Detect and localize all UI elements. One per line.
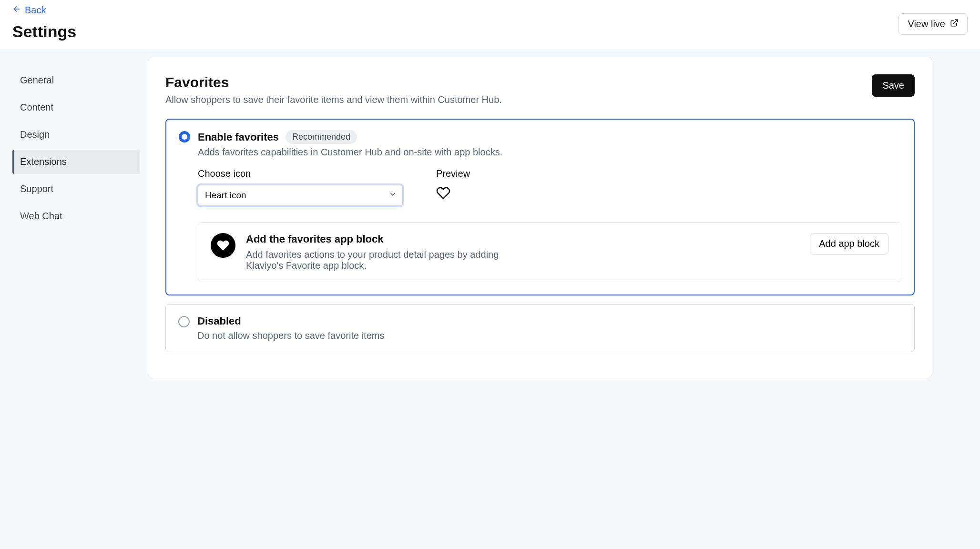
- preview-label: Preview: [436, 168, 470, 179]
- sidebar-item-extensions[interactable]: Extensions: [12, 150, 140, 174]
- radio-enable-favorites[interactable]: [179, 131, 190, 142]
- arrow-left-icon: [12, 5, 21, 16]
- add-app-block-callout: Add the favorites app block Add favorite…: [198, 222, 901, 282]
- svg-line-1: [954, 20, 958, 23]
- favorites-card: Favorites Allow shoppers to save their f…: [148, 57, 932, 378]
- view-live-button[interactable]: View live: [898, 13, 968, 35]
- section-subtitle: Allow shoppers to save their favorite it…: [165, 94, 502, 105]
- heart-filled-icon: [211, 233, 235, 258]
- back-link-label: Back: [25, 5, 46, 16]
- disabled-description: Do not allow shoppers to save favorite i…: [197, 330, 902, 341]
- page-title: Settings: [12, 22, 968, 41]
- sidebar-item-design[interactable]: Design: [12, 122, 140, 147]
- option-enable-favorites[interactable]: Enable favorites Recommended Adds favori…: [165, 119, 915, 295]
- external-link-icon: [950, 19, 959, 30]
- sidebar-item-support[interactable]: Support: [12, 177, 140, 201]
- settings-sidebar: General Content Design Extensions Suppor…: [0, 57, 148, 378]
- callout-description: Add favorites actions to your product de…: [246, 249, 513, 271]
- radio-disabled[interactable]: [178, 316, 190, 327]
- back-link[interactable]: Back: [12, 5, 46, 16]
- section-title: Favorites: [165, 74, 502, 91]
- enable-favorites-label: Enable favorites: [198, 131, 279, 143]
- view-live-label: View live: [908, 19, 945, 30]
- save-button[interactable]: Save: [872, 74, 915, 97]
- callout-title: Add the favorites app block: [246, 233, 799, 245]
- disabled-label: Disabled: [197, 315, 241, 327]
- heart-icon: [436, 193, 450, 202]
- sidebar-item-web-chat[interactable]: Web Chat: [12, 204, 140, 228]
- recommended-badge: Recommended: [286, 130, 357, 144]
- sidebar-item-general[interactable]: General: [12, 68, 140, 92]
- option-disabled[interactable]: Disabled Do not allow shoppers to save f…: [165, 304, 915, 352]
- choose-icon-select[interactable]: Heart icon: [198, 185, 403, 206]
- enable-favorites-description: Adds favorites capabilities in Customer …: [198, 147, 901, 158]
- add-app-block-button[interactable]: Add app block: [810, 233, 888, 254]
- sidebar-item-content[interactable]: Content: [12, 95, 140, 120]
- choose-icon-label: Choose icon: [198, 168, 403, 179]
